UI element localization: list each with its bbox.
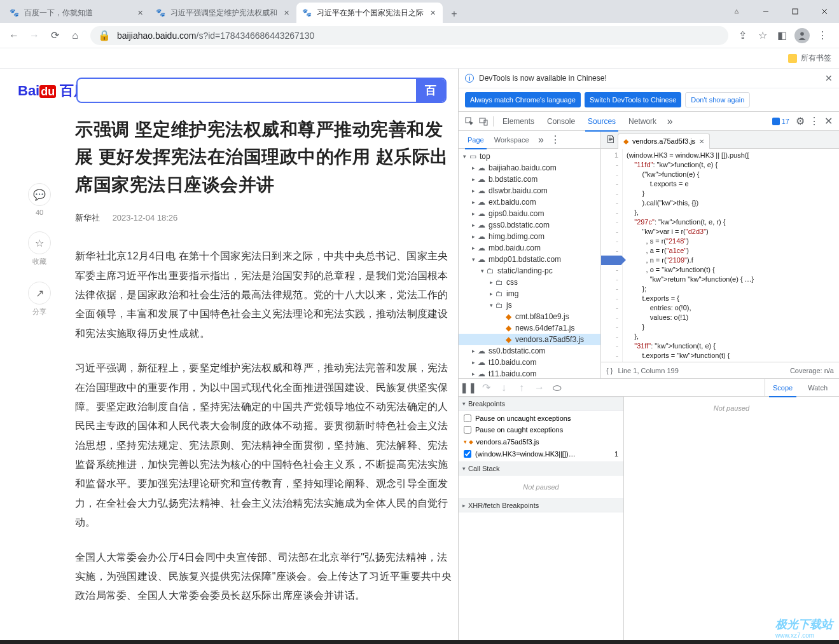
- tree-item[interactable]: ◆cmt.bf8a10e9.js: [459, 311, 600, 322]
- pause-button[interactable]: ❚❚: [462, 382, 474, 394]
- close-icon[interactable]: ✕: [281, 8, 291, 18]
- new-tab-button[interactable]: +: [445, 5, 463, 23]
- back-button[interactable]: ←: [4, 25, 24, 46]
- file-tree[interactable]: ▾▭top▸☁baijiahao.baidu.com▸☁b.bdstatic.c…: [459, 149, 600, 378]
- browser-tab-1[interactable]: 🐾 习近平强调坚定维护宪法权威和 ✕: [150, 3, 296, 23]
- forward-button[interactable]: →: [24, 25, 45, 46]
- tree-item[interactable]: ▸☁himg.bdimg.com: [459, 231, 600, 242]
- baidu-favicon-icon: 🐾: [302, 8, 312, 18]
- share-icon: ↗: [28, 282, 51, 305]
- bookmarks-label: 所有书签: [801, 53, 831, 64]
- star-icon: ☆: [28, 231, 51, 254]
- tree-item[interactable]: ▸☁t11.baidu.com: [459, 368, 600, 378]
- address-bar[interactable]: 🔒 baijiahao.baidu.com/s?id=1784346686443…: [90, 26, 728, 45]
- scope-tab[interactable]: Scope: [765, 379, 800, 397]
- tab-label: 习近平强调坚定维护宪法权威和: [170, 8, 281, 18]
- close-window-button[interactable]: [810, 0, 839, 23]
- menu-button[interactable]: ⋮: [812, 25, 833, 46]
- tree-item[interactable]: ◆news.64def7a1.js: [459, 322, 600, 334]
- code-editor[interactable]: 1--------------------------------- (wind…: [601, 149, 839, 362]
- switch-chinese-button[interactable]: Switch DevTools to Chinese: [585, 92, 681, 107]
- tree-item[interactable]: ▸☁b.bdstatic.com: [459, 174, 600, 185]
- baidu-favicon-icon: 🐾: [155, 8, 165, 18]
- devtools-menu-icon[interactable]: ⋮: [807, 114, 821, 128]
- file-icon[interactable]: 🖹: [604, 133, 618, 147]
- devtools-language-actions: Always match Chrome's language Switch De…: [459, 88, 839, 112]
- side-panel-button[interactable]: ◧: [772, 25, 792, 46]
- tab-label: 习近平在第十个国家宪法日之际: [317, 8, 427, 18]
- tree-item[interactable]: ▸☁baijiahao.baidu.com: [459, 162, 600, 174]
- inspect-icon[interactable]: [462, 114, 476, 128]
- more-nav-icon[interactable]: »: [534, 133, 548, 147]
- minimize-button[interactable]: [751, 0, 780, 23]
- tree-item[interactable]: ◆vendors.a75ad5f3.js: [459, 334, 600, 345]
- pause-caught-checkbox[interactable]: Pause on caught exceptions: [464, 424, 618, 435]
- tree-item[interactable]: ▸☁gips0.baidu.com: [459, 208, 600, 219]
- bookmarks-folder[interactable]: 所有书签: [788, 53, 831, 64]
- dont-show-button[interactable]: Don't show again: [685, 92, 750, 107]
- editor-statusbar: { } Line 1, Column 199 Coverage: n/a: [601, 362, 839, 378]
- editor-tab[interactable]: ◆ vendors.a75ad5f3.js ✕: [618, 134, 710, 149]
- tree-item[interactable]: ▾▭top: [459, 151, 600, 162]
- home-button[interactable]: ⌂: [65, 25, 85, 46]
- tree-item[interactable]: ▸☁gss0.bdstatic.com: [459, 219, 600, 231]
- search-input[interactable]: [78, 79, 416, 102]
- url-text: baijiahao.baidu.com/s?id=178434668644326…: [117, 31, 721, 41]
- browser-tab-0[interactable]: 🐾 百度一下，你就知道 ✕: [4, 3, 150, 23]
- nav-tab-page[interactable]: Page: [462, 131, 489, 149]
- tree-item[interactable]: ▸☁t10.baidu.com: [459, 357, 600, 368]
- tab-sources[interactable]: Sources: [581, 112, 622, 131]
- browser-tab-2[interactable]: 🐾 习近平在第十个国家宪法日之际 ✕: [296, 3, 443, 23]
- pretty-print-icon[interactable]: { }: [606, 367, 613, 374]
- watch-tab[interactable]: Watch: [800, 379, 835, 397]
- tree-item[interactable]: ▾☁mbdp01.bdstatic.com: [459, 254, 600, 265]
- share-icon[interactable]: ⇪: [733, 27, 751, 45]
- tree-item[interactable]: ▾🗀js: [459, 299, 600, 311]
- comment-action[interactable]: 💬 40: [27, 183, 52, 216]
- reload-button[interactable]: ⟳: [45, 25, 65, 46]
- share-action[interactable]: ↗ 分享: [27, 282, 52, 317]
- tree-item[interactable]: ▸🗀css: [459, 277, 600, 288]
- profile-avatar[interactable]: [794, 28, 810, 43]
- deactivate-breakpoints-button[interactable]: ⬭: [551, 382, 563, 394]
- settings-icon[interactable]: ⚙: [793, 114, 807, 128]
- callstack-header[interactable]: ▾Call Stack: [459, 462, 623, 476]
- close-icon[interactable]: ✕: [825, 73, 833, 83]
- collect-action[interactable]: ☆ 收藏: [27, 231, 52, 266]
- tab-network[interactable]: Network: [622, 112, 663, 131]
- maximize-button[interactable]: [780, 0, 810, 23]
- tab-elements[interactable]: Elements: [496, 112, 541, 131]
- step-into-button[interactable]: ↓: [498, 382, 510, 394]
- step-over-button[interactable]: ↷: [480, 382, 492, 394]
- devtools-close-icon[interactable]: ✕: [821, 114, 835, 128]
- close-icon[interactable]: ✕: [699, 138, 704, 145]
- search-button[interactable]: 百: [416, 79, 445, 102]
- editor-gutter: 1---------------------------------: [601, 149, 623, 362]
- pause-uncaught-checkbox[interactable]: Pause on uncaught exceptions: [464, 413, 618, 424]
- issues-indicator[interactable]: 17: [768, 118, 793, 125]
- tab-console[interactable]: Console: [541, 112, 581, 131]
- tree-item[interactable]: ▸☁ext.baidu.com: [459, 196, 600, 208]
- always-match-button[interactable]: Always match Chrome's language: [465, 92, 581, 107]
- xhr-breakpoints-header[interactable]: ▸XHR/fetch Breakpoints: [459, 498, 623, 512]
- breakpoints-header[interactable]: ▾Breakpoints: [459, 397, 623, 411]
- tree-item[interactable]: ▸☁mbd.baidu.com: [459, 242, 600, 254]
- step-out-button[interactable]: ↑: [516, 382, 527, 394]
- nav-menu-icon[interactable]: ⋮: [548, 133, 562, 147]
- breakpoint-item[interactable]: (window.HK3=window.HK3||[])…1: [464, 448, 618, 460]
- step-button[interactable]: →: [534, 382, 545, 394]
- tree-item[interactable]: ▸🗀img: [459, 288, 600, 299]
- tree-item[interactable]: ▸☁dlswbr.baidu.com: [459, 185, 600, 196]
- bp-filename: vendors.a75ad5f3.js: [476, 438, 539, 446]
- more-tabs-icon[interactable]: »: [663, 114, 677, 128]
- device-icon[interactable]: [476, 114, 490, 128]
- collect-label: 收藏: [32, 257, 46, 266]
- nav-tab-workspace[interactable]: Workspace: [489, 131, 534, 149]
- tree-item[interactable]: ▸☁ss0.bdstatic.com: [459, 345, 600, 357]
- article-time: 2023-12-04 18:26: [113, 213, 178, 223]
- close-icon[interactable]: ✕: [135, 8, 145, 18]
- tree-item[interactable]: ▾🗀static/landing-pc: [459, 265, 600, 277]
- close-icon[interactable]: ✕: [427, 8, 438, 18]
- bookmark-icon[interactable]: ☆: [754, 27, 772, 45]
- breakpoint-file[interactable]: ▾ ◆vendors.a75ad5f3.js: [464, 435, 618, 448]
